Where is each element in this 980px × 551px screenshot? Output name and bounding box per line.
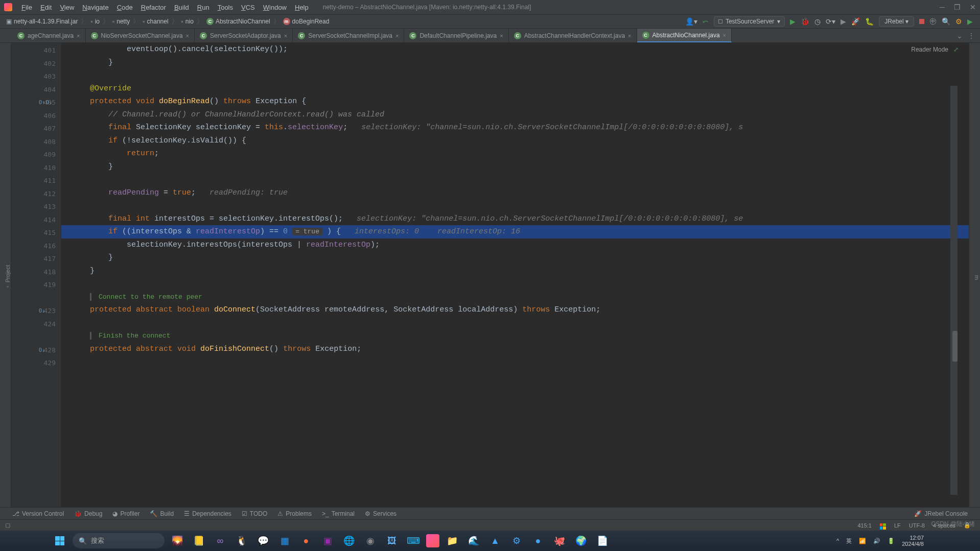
tray-volume-icon[interactable]: 🔊 (873, 538, 880, 544)
tab-AbstractNioChannel.java[interactable]: CAbstractNioChannel.java× (637, 29, 732, 42)
gutter-line[interactable]: 424 (11, 318, 61, 331)
line-separator[interactable]: LF (890, 522, 905, 529)
tb-notes[interactable]: 📄 (594, 532, 611, 549)
tab-ageChannel.java[interactable]: CageChannel.java× (12, 29, 86, 42)
code-line[interactable] (72, 277, 969, 291)
tool-window-terminal[interactable]: >_Terminal (317, 510, 360, 517)
scrollbar-thumb[interactable] (952, 331, 958, 362)
tb-intellij[interactable] (426, 534, 439, 547)
code-line[interactable]: } (72, 251, 969, 265)
code-line[interactable]: @Override (72, 82, 969, 95)
code-line[interactable]: } (72, 56, 969, 69)
jrebel-run-icon[interactable]: 🚀 (851, 17, 860, 26)
menu-window[interactable]: Window (259, 4, 291, 11)
gutter-line[interactable]: 419 (11, 278, 61, 292)
gutter-line[interactable]: 402 (11, 57, 61, 70)
code-line[interactable] (72, 355, 969, 369)
tray-battery-icon[interactable]: 🔋 (888, 538, 895, 544)
tool-window-debug[interactable]: 🐞Debug (69, 510, 107, 517)
code-line[interactable]: if ((interestOps & readInterestOp) == 0 … (61, 225, 969, 238)
jrebel-button[interactable]: JRebel ▾ (879, 16, 914, 27)
code-line[interactable]: Finish the connect (72, 329, 969, 343)
gutter-line[interactable]: 405O↑O↓ (11, 96, 61, 109)
tray-ime[interactable]: 英 (846, 537, 852, 545)
gutter-line[interactable]: 403 (11, 70, 61, 83)
coverage-icon[interactable]: ◷ (814, 17, 821, 26)
breadcrumb-io[interactable]: ▫io (87, 18, 103, 25)
code-line[interactable]: readPending = true; readPending: true (72, 186, 969, 200)
reader-mode-label[interactable]: Reader Mode (911, 46, 948, 53)
tool-window-dependencies[interactable]: ☰Dependencies (179, 510, 237, 517)
code-line[interactable]: protected void doBeginRead() throws Exce… (72, 95, 969, 108)
tab-DefaultChannelPipeline.java[interactable]: CDefaultChannelPipeline.java× (404, 29, 508, 42)
breadcrumb-netty[interactable]: ▫netty (109, 18, 133, 25)
gutter-line[interactable]: 408 (11, 135, 61, 149)
breadcrumb-nio[interactable]: ▫nio (178, 18, 197, 25)
breadcrumb-AbstractNioChannel[interactable]: CAbstractNioChannel (203, 18, 273, 25)
attach-icon[interactable]: ▶ (841, 17, 846, 26)
code-line[interactable]: final int interestOps = selectionKey.int… (72, 212, 969, 226)
tool-window-services[interactable]: ⚙Services (360, 510, 402, 517)
tray-up-icon[interactable]: ^ (836, 538, 839, 544)
implements-icon[interactable]: O↓ (39, 347, 45, 353)
gutter-line[interactable]: 415 (11, 226, 61, 239)
menu-edit[interactable]: Edit (36, 4, 56, 11)
menu-build[interactable]: Build (170, 4, 193, 11)
gutter-line[interactable] (11, 330, 61, 344)
gutter-line[interactable]: 418 (11, 266, 61, 279)
tb-app-1[interactable]: 🌄 (169, 532, 186, 549)
breadcrumb-doBeginRead[interactable]: mdoBeginRead (280, 18, 333, 25)
code-line[interactable] (72, 69, 969, 82)
tb-github[interactable]: 🐙 (551, 532, 568, 549)
tab-close-icon[interactable]: × (284, 33, 287, 39)
menu-code[interactable]: Code (113, 4, 137, 11)
stop-icon[interactable] (919, 17, 924, 26)
menu-vcs[interactable]: VCS (237, 4, 259, 11)
tab-close-icon[interactable]: × (628, 33, 631, 39)
tab-close-icon[interactable]: × (77, 33, 80, 39)
code-line[interactable]: protected abstract boolean doConnect(Soc… (72, 303, 969, 317)
tb-app-17[interactable]: ⚙ (508, 532, 525, 549)
tb-wechat[interactable]: 💬 (254, 532, 272, 549)
code-line[interactable] (72, 199, 969, 212)
taskbar-search[interactable]: 🔍 搜索 (73, 533, 165, 548)
encoding[interactable]: UTF-8 (905, 522, 929, 529)
right-rail-m[interactable]: m (974, 275, 980, 280)
tb-steam[interactable]: ◉ (362, 532, 379, 549)
jrebel-debug-icon[interactable]: 🐛 (865, 17, 874, 26)
maximize-icon[interactable]: ❐ (954, 3, 961, 11)
start-button[interactable] (51, 532, 68, 549)
tb-postman[interactable]: ● (297, 532, 315, 549)
tb-app-11[interactable]: 🖼 (383, 532, 401, 549)
tool-window-build[interactable]: 🔨Build (145, 510, 179, 517)
tray-clock[interactable]: 12:07 2024/4/8 (902, 535, 924, 547)
menu-tools[interactable]: Tools (214, 4, 237, 11)
user-icon[interactable]: 👤▾ (685, 17, 697, 26)
tb-app-4[interactable]: 🐧 (233, 532, 250, 549)
tab-dropdown-icon[interactable]: ⌄ (956, 32, 963, 40)
reader-expand-icon[interactable]: ⤢ (953, 46, 959, 53)
tb-explorer[interactable]: 📁 (444, 532, 461, 549)
gutter-line[interactable]: 406 (11, 109, 61, 123)
implements-icon[interactable]: O↓ (46, 100, 52, 105)
gutter-line[interactable]: 404 (11, 83, 61, 97)
tab-AbstractChannelHandlerContext.java[interactable]: CAbstractChannelHandlerContext.java× (509, 29, 637, 42)
tb-app-8[interactable]: ▣ (319, 532, 336, 549)
gutter-line[interactable]: 417 (11, 252, 61, 266)
code-line[interactable]: // Channel.read() or ChannelHandlerConte… (72, 108, 969, 122)
implements-icon[interactable]: O↓ (39, 308, 45, 314)
tb-app-20[interactable]: 🌍 (572, 532, 590, 549)
breadcrumb-channel[interactable]: ▫channel (139, 18, 171, 25)
scrollbar[interactable] (950, 86, 958, 495)
gutter-line[interactable]: 416 (11, 239, 61, 253)
tab-close-icon[interactable]: × (186, 33, 189, 39)
menu-refactor[interactable]: Refactor (137, 4, 170, 11)
menu-file[interactable]: File (17, 4, 36, 11)
tab-close-icon[interactable]: × (723, 32, 726, 38)
tab-ServerSocketChannelImpl.java[interactable]: CServerSocketChannelImpl.java× (293, 29, 404, 42)
tb-vscode[interactable]: ⌨ (405, 532, 422, 549)
translate-icon[interactable]: ㊥ (929, 17, 937, 26)
tb-edge[interactable]: 🌊 (465, 532, 482, 549)
tool-window-problems[interactable]: ⚠Problems (272, 510, 317, 517)
left-rail-project[interactable]: ▫ Project (5, 265, 11, 290)
